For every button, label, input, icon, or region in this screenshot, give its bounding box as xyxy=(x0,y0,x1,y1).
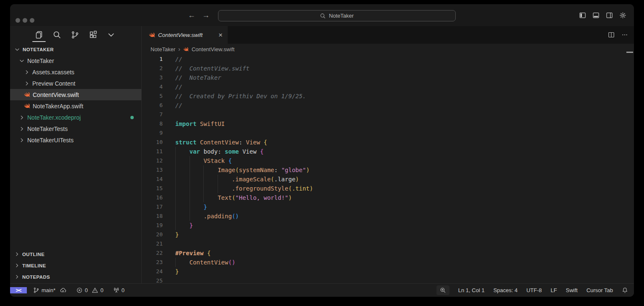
tree-item-notetaker-xcodeproj[interactable]: NoteTaker.xcodeproj xyxy=(10,112,141,123)
explorer-icon[interactable] xyxy=(35,31,43,39)
line-number: 9 xyxy=(142,128,163,138)
breadcrumb-file[interactable]: ContentView.swift xyxy=(192,46,234,52)
ports-count: 0 xyxy=(122,287,125,293)
code-line-1[interactable]: 1// xyxy=(142,55,634,64)
code-line-7[interactable]: 7 xyxy=(142,110,634,119)
search-view-icon[interactable] xyxy=(53,31,61,39)
traffic-light-close[interactable] xyxy=(16,18,20,23)
line-text: ContentView() xyxy=(175,258,235,267)
swift-file-icon xyxy=(24,92,30,98)
tree-item-notetakeruitests[interactable]: NoteTakerUITests xyxy=(10,134,141,146)
tree-item-notetakerapp-swift[interactable]: NoteTakerApp.swift xyxy=(10,100,141,112)
code-line-25[interactable]: 25 xyxy=(142,276,634,283)
breadcrumb-folder[interactable]: NoteTaker xyxy=(151,46,175,52)
split-editor-icon[interactable] xyxy=(608,31,615,38)
toggle-secondary-sidebar-icon[interactable] xyxy=(606,12,613,19)
tree-root[interactable]: NOTETAKER xyxy=(10,44,141,55)
line-text: struct ContentView: View { xyxy=(175,138,267,147)
code-line-16[interactable]: 16 Text("Hello, world!") xyxy=(142,193,634,202)
command-center-search[interactable]: NoteTaker xyxy=(218,10,456,21)
code-line-6[interactable]: 6// xyxy=(142,101,634,110)
code-line-18[interactable]: 18 .padding() xyxy=(142,212,634,221)
chevron-down-icon xyxy=(14,47,20,52)
code-line-23[interactable]: 23 ContentView() xyxy=(142,258,634,267)
status-item-cursor-tab[interactable]: Cursor Tab xyxy=(587,287,613,293)
line-number: 4 xyxy=(142,82,163,92)
publish-cloud-icon[interactable] xyxy=(60,287,66,293)
sidebar-section-outline[interactable]: OUTLINE xyxy=(10,248,141,260)
tab-contentview-swift[interactable]: ContentView.swift × xyxy=(142,26,228,44)
toggle-primary-sidebar-icon[interactable] xyxy=(579,12,586,19)
branch-label: main* xyxy=(42,287,55,293)
code-line-2[interactable]: 2// ContentView.swift xyxy=(142,64,634,73)
line-number: 22 xyxy=(142,248,163,258)
traffic-light-minimize[interactable] xyxy=(23,18,27,23)
code-line-11[interactable]: 11 var body: some View { xyxy=(142,147,634,156)
zoom-status[interactable] xyxy=(436,285,449,295)
more-actions-icon[interactable] xyxy=(621,31,628,38)
code-line-10[interactable]: 10struct ContentView: View { xyxy=(142,138,634,147)
chevron-right-icon xyxy=(19,137,25,143)
code-line-4[interactable]: 4// xyxy=(142,82,634,92)
extensions-icon[interactable] xyxy=(89,31,97,39)
tree-item-label: NoteTakerTests xyxy=(27,126,68,132)
status-item-swift[interactable]: Swift xyxy=(566,287,577,293)
errors-status[interactable]: 0 xyxy=(76,287,88,293)
file-tree: NOTETAKER NoteTakerAssets.xcassetsPrevie… xyxy=(10,44,141,146)
tree-item-notetakertests[interactable]: NoteTakerTests xyxy=(10,123,141,134)
warning-count: 0 xyxy=(100,287,103,293)
code-line-5[interactable]: 5// Created by Prithiv Dev on 1/9/25. xyxy=(142,92,634,101)
overview-ruler-cursor-mark xyxy=(626,52,633,53)
line-text: // ContentView.swift xyxy=(175,64,249,73)
more-views-chevron-icon[interactable] xyxy=(107,31,115,39)
code-line-21[interactable]: 21 xyxy=(142,239,634,248)
code-line-19[interactable]: 19 } xyxy=(142,221,634,230)
remote-indicator[interactable]: >< xyxy=(10,287,27,293)
zoom-in-icon xyxy=(440,287,446,293)
tree-item-contentview-swift[interactable]: ContentView.swift xyxy=(10,89,141,100)
sidebar-section-timeline[interactable]: TIMELINE xyxy=(10,260,141,271)
code-line-12[interactable]: 12 VStack { xyxy=(142,156,634,165)
code-line-3[interactable]: 3// NoteTaker xyxy=(142,73,634,82)
line-text: import SwiftUI xyxy=(175,119,225,128)
ports-status[interactable]: 0 xyxy=(113,287,125,293)
settings-gear-icon[interactable] xyxy=(619,12,626,19)
code-area[interactable]: 1//2// ContentView.swift3// NoteTaker4//… xyxy=(142,55,634,283)
code-line-15[interactable]: 15 .foregroundStyle(.tint) xyxy=(142,184,634,193)
line-text: var body: some View { xyxy=(175,147,264,156)
traffic-light-zoom[interactable] xyxy=(30,18,34,23)
error-count: 0 xyxy=(85,287,88,293)
warnings-status[interactable]: 0 xyxy=(92,287,103,293)
notifications-bell-icon[interactable] xyxy=(622,287,628,293)
forward-arrow-icon[interactable]: → xyxy=(202,11,210,20)
branch-status[interactable]: main* xyxy=(33,287,55,293)
code-line-8[interactable]: 8import SwiftUI xyxy=(142,119,634,128)
status-item-utf-8[interactable]: UTF-8 xyxy=(526,287,542,293)
line-text: } xyxy=(175,230,179,239)
code-line-14[interactable]: 14 .imageScale(.large) xyxy=(142,175,634,184)
code-line-9[interactable]: 9 xyxy=(142,128,634,138)
tab-close-icon[interactable]: × xyxy=(218,31,223,39)
editor-group: ContentView.swift × NoteTaker › ContentV… xyxy=(142,26,634,283)
code-line-20[interactable]: 20} xyxy=(142,230,634,239)
code-line-17[interactable]: 17 } xyxy=(142,202,634,212)
code-line-13[interactable]: 13 Image(systemName: "globe") xyxy=(142,165,634,175)
source-control-icon[interactable] xyxy=(71,31,79,39)
back-arrow-icon[interactable]: ← xyxy=(188,11,195,20)
line-number: 8 xyxy=(142,119,163,128)
status-item-ln-1-col-1[interactable]: Ln 1, Col 1 xyxy=(458,287,485,293)
sidebar-section-notepads[interactable]: NOTEPADS xyxy=(10,271,141,282)
tree-item-notetaker[interactable]: NoteTaker xyxy=(10,55,141,66)
status-item-lf[interactable]: LF xyxy=(551,287,557,293)
tree-item-preview-content[interactable]: Preview Content xyxy=(10,78,141,89)
tree-item-assets-xcassets[interactable]: Assets.xcassets xyxy=(10,66,141,78)
line-text: .imageScale(.large) xyxy=(175,175,299,184)
code-line-24[interactable]: 24} xyxy=(142,267,634,276)
toggle-panel-icon[interactable] xyxy=(592,12,600,19)
line-number: 5 xyxy=(142,92,163,101)
line-number: 2 xyxy=(142,64,163,73)
status-item-spaces-4[interactable]: Spaces: 4 xyxy=(493,287,518,293)
code-line-22[interactable]: 22#Preview { xyxy=(142,248,634,258)
window-controls xyxy=(16,18,34,23)
chevron-right-icon xyxy=(19,115,25,120)
